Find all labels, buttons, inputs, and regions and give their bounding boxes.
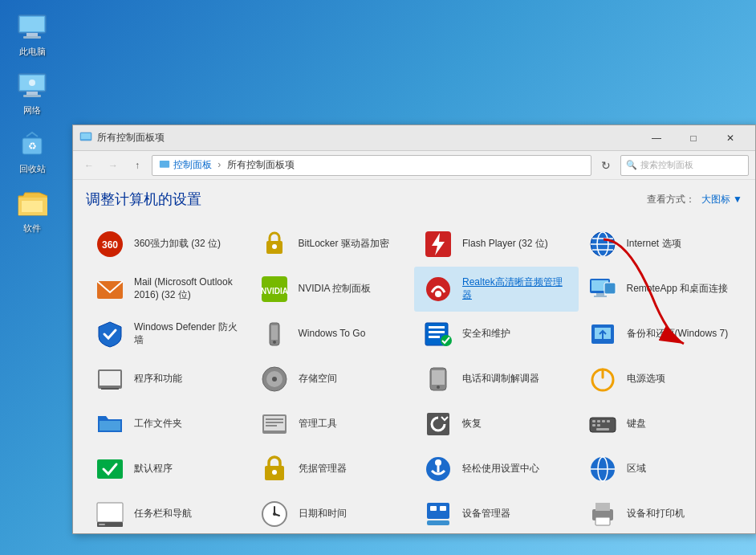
item-label-restore: 恢复	[462, 418, 482, 431]
item-power[interactable]: 电源选项	[579, 357, 743, 402]
recycle-label: 回收站	[19, 164, 46, 174]
item-keyboard[interactable]: 键盘	[579, 402, 743, 447]
item-label-workfolder: 工作文件夹	[134, 418, 182, 431]
desktop-icon-software[interactable]: 软件	[4, 185, 60, 237]
item-workfolder[interactable]: 工作文件夹	[86, 402, 250, 447]
item-label-flash: Flash Player (32 位)	[462, 238, 548, 251]
item-label-backup: 备份和还原(Windows 7)	[627, 328, 729, 341]
svg-point-6	[29, 80, 35, 86]
svg-rect-60	[266, 418, 283, 420]
item-label-devprint: 设备和打印机	[627, 508, 685, 520]
minimize-button[interactable]: —	[638, 125, 675, 151]
item-phone[interactable]: 电话和调制解调器	[414, 357, 579, 402]
svg-rect-34	[594, 296, 607, 297]
svg-rect-2	[26, 33, 38, 36]
computer-icon	[16, 11, 48, 43]
item-devprint[interactable]: 设备和打印机	[579, 492, 743, 533]
item-realtek[interactable]: Realtek高清晰音频管理器	[414, 267, 579, 312]
item-credential[interactable]: 凭据管理器	[250, 447, 415, 492]
item-label-internet: Internet 选项	[627, 238, 681, 251]
item-icon-credential	[258, 453, 291, 485]
svg-rect-14	[81, 133, 91, 139]
address-path[interactable]: 控制面板 › 所有控制面板项	[152, 155, 591, 176]
item-icon-region	[587, 453, 619, 485]
item-label-default: 默认程序	[134, 463, 173, 475]
window-controls: — □ ✕	[638, 125, 749, 151]
svg-rect-12	[22, 201, 43, 212]
item-360[interactable]: 360 360强力卸载 (32 位)	[86, 222, 250, 267]
up-button[interactable]: ↑	[128, 156, 147, 175]
item-label-power: 电源选项	[627, 373, 665, 386]
desktop-icon-network[interactable]: 网络	[4, 67, 60, 119]
item-icon-phone	[422, 363, 454, 395]
item-label-windowstogo: Windows To Go	[299, 328, 366, 341]
page-header: 调整计算机的设置 查看方式： 大图标 ▼	[86, 190, 742, 209]
svg-rect-62	[266, 425, 277, 426]
item-security[interactable]: 安全和维护	[414, 312, 579, 357]
item-nvidia[interactable]: NVIDIA NVIDIA 控制面板	[250, 267, 415, 312]
item-internet[interactable]: Internet 选项	[579, 222, 743, 267]
breadcrumb-controlpanel[interactable]: 控制面板	[173, 159, 212, 170]
refresh-button[interactable]: ↻	[596, 156, 616, 175]
close-button[interactable]: ✕	[712, 125, 749, 151]
svg-rect-40	[429, 326, 445, 329]
svg-rect-68	[607, 420, 610, 422]
network-icon	[16, 70, 48, 102]
item-easeaccess[interactable]: 轻松使用设置中心	[414, 447, 579, 492]
item-region[interactable]: 区域	[579, 447, 743, 492]
item-programs[interactable]: 程序和功能	[86, 357, 250, 402]
item-icon-backup	[587, 318, 619, 350]
address-bar: ← → ↑ 控制面板 › 所有控制面板项 ↻ 🔍 搜索控制面板	[73, 151, 755, 180]
item-windowstogo[interactable]: Windows To Go	[250, 312, 415, 357]
view-option[interactable]: 大图标 ▼	[701, 193, 742, 206]
item-flash[interactable]: Flash Player (32 位)	[414, 222, 579, 267]
item-admin[interactable]: 管理工具	[250, 402, 415, 447]
svg-rect-42	[429, 336, 440, 338]
back-button[interactable]: ←	[79, 156, 99, 175]
forward-button[interactable]: →	[104, 156, 123, 175]
item-label-mail: Mail (Microsoft Outlook 2016) (32 位)	[134, 276, 242, 301]
item-remoteapp[interactable]: RemoteApp 和桌面连接	[579, 267, 743, 312]
item-storage[interactable]: 存储空间	[250, 357, 415, 402]
item-restore[interactable]: 恢复	[414, 402, 579, 447]
path-icon	[159, 160, 170, 171]
item-icon-realtek	[422, 273, 454, 305]
item-taskbar[interactable]: 任务栏和导航	[86, 492, 250, 533]
item-icon-storage	[258, 363, 291, 395]
desktop-icon-computer[interactable]: 此电脑	[4, 8, 60, 60]
item-defender[interactable]: Windows Defender 防火墙	[86, 312, 250, 357]
maximize-button[interactable]: □	[675, 125, 712, 151]
svg-rect-48	[101, 388, 119, 390]
item-label-credential: 凭据管理器	[299, 463, 347, 475]
item-icon-default	[94, 453, 126, 485]
item-devmgr[interactable]: 设备管理器	[414, 492, 579, 533]
item-backup[interactable]: 备份和还原(Windows 7)	[579, 312, 743, 357]
item-icon-workfolder	[94, 408, 126, 440]
item-bitlocker[interactable]: BitLocker 驱动器加密	[250, 222, 415, 267]
item-icon-datetime	[258, 498, 291, 530]
desktop-icon-recycle[interactable]: ♻ 回收站	[4, 125, 60, 178]
search-box[interactable]: 🔍 搜索控制面板	[620, 155, 749, 176]
item-icon-devprint	[587, 498, 619, 530]
item-icon-admin	[258, 408, 291, 440]
item-icon-restore	[422, 408, 454, 440]
svg-rect-67	[602, 420, 605, 422]
item-mail[interactable]: Mail (Microsoft Outlook 2016) (32 位)	[86, 267, 250, 312]
item-label-datetime: 日期和时间	[299, 508, 347, 520]
svg-rect-89	[430, 506, 437, 511]
item-label-programs: 程序和功能	[134, 373, 182, 386]
item-label-phone: 电话和调制解调器	[462, 373, 539, 386]
item-datetime[interactable]: 日期和时间	[250, 492, 415, 533]
svg-rect-63	[427, 413, 449, 435]
item-default[interactable]: 默认程序	[86, 447, 250, 492]
search-icon: 🔍	[626, 160, 637, 170]
svg-rect-65	[592, 420, 595, 422]
svg-rect-33	[596, 293, 604, 296]
item-label-defender: Windows Defender 防火墙	[134, 321, 242, 346]
address-text: 控制面板 › 所有控制面板项	[173, 158, 295, 172]
svg-rect-83	[99, 524, 105, 525]
item-icon-security	[422, 318, 454, 350]
item-icon-power	[587, 363, 619, 395]
svg-rect-8	[23, 95, 41, 97]
svg-rect-90	[440, 506, 446, 511]
